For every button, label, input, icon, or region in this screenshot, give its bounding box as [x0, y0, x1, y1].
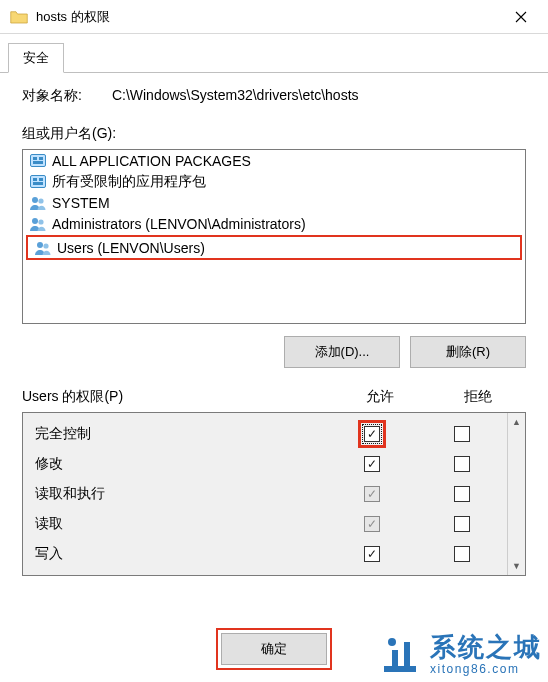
svg-point-12: [37, 242, 43, 248]
window-title: hosts 的权限: [36, 8, 498, 26]
scrollbar[interactable]: ▲ ▼: [507, 413, 525, 575]
svg-rect-6: [39, 178, 43, 181]
package-icon: [29, 173, 47, 191]
principals-listbox[interactable]: ALL APPLICATION PACKAGES所有受限制的应用程序包SYSTE…: [22, 149, 526, 324]
svg-rect-5: [33, 178, 37, 181]
ok-button-highlight: 确定: [216, 628, 332, 670]
permission-label: 读取: [35, 515, 327, 533]
svg-rect-0: [31, 154, 46, 166]
ok-button[interactable]: 确定: [221, 633, 327, 665]
principal-item[interactable]: Administrators (LENVON\Administrators): [23, 213, 525, 234]
permissions-title: Users 的权限(P): [22, 388, 330, 406]
deny-checkbox[interactable]: [454, 486, 470, 502]
permission-row: 读取和执行: [23, 479, 507, 509]
allow-checkbox[interactable]: [364, 426, 380, 442]
permission-row: 完全控制: [23, 419, 507, 449]
permission-label: 修改: [35, 455, 327, 473]
scroll-down-arrow-icon[interactable]: ▼: [508, 557, 525, 575]
principal-name: ALL APPLICATION PACKAGES: [52, 153, 251, 169]
title-bar: hosts 的权限: [0, 0, 548, 34]
allow-header: 允许: [330, 388, 430, 406]
svg-point-10: [32, 218, 38, 224]
watermark: 系统之城 xitong86.com: [378, 632, 542, 676]
svg-point-14: [388, 638, 396, 646]
add-button[interactable]: 添加(D)...: [284, 336, 400, 368]
principal-item-selected[interactable]: Users (LENVON\Users): [28, 237, 520, 258]
allow-checkbox-highlight: [358, 420, 386, 448]
principal-item[interactable]: SYSTEM: [23, 192, 525, 213]
svg-rect-4: [31, 175, 46, 187]
permission-label: 读取和执行: [35, 485, 327, 503]
tab-bar: 安全: [0, 34, 548, 73]
scroll-track[interactable]: [508, 431, 525, 557]
svg-point-9: [38, 198, 43, 203]
svg-rect-2: [39, 157, 43, 160]
principal-item[interactable]: 所有受限制的应用程序包: [23, 171, 525, 192]
package-icon: [29, 152, 47, 170]
object-name-label: 对象名称:: [22, 87, 82, 105]
allow-checkbox[interactable]: [364, 516, 380, 532]
security-panel: 对象名称: C:\Windows\System32\drivers\etc\ho…: [0, 73, 548, 586]
deny-checkbox[interactable]: [454, 426, 470, 442]
permissions-listbox: 完全控制修改读取和执行读取写入 ▲ ▼: [22, 412, 526, 576]
watermark-text-en: xitong86.com: [430, 663, 542, 675]
svg-rect-1: [33, 157, 37, 160]
principal-name: SYSTEM: [52, 195, 110, 211]
svg-rect-3: [33, 161, 43, 164]
close-button[interactable]: [498, 0, 544, 33]
deny-checkbox[interactable]: [454, 516, 470, 532]
allow-checkbox[interactable]: [364, 546, 380, 562]
scroll-up-arrow-icon[interactable]: ▲: [508, 413, 525, 431]
deny-checkbox[interactable]: [454, 456, 470, 472]
svg-rect-7: [33, 182, 43, 185]
remove-button[interactable]: 删除(R): [410, 336, 526, 368]
folder-icon: [10, 9, 28, 25]
watermark-text-cn: 系统之城: [430, 634, 542, 660]
svg-point-8: [32, 197, 38, 203]
principal-name: 所有受限制的应用程序包: [52, 173, 206, 191]
permission-label: 完全控制: [35, 425, 327, 443]
deny-header: 拒绝: [430, 388, 526, 406]
users-icon: [29, 215, 47, 233]
permission-label: 写入: [35, 545, 327, 563]
permission-row: 写入: [23, 539, 507, 569]
principal-name: Users (LENVON\Users): [57, 240, 205, 256]
users-icon: [34, 239, 52, 257]
groups-label: 组或用户名(G):: [22, 125, 526, 143]
svg-point-13: [43, 243, 48, 248]
users-icon: [29, 194, 47, 212]
allow-checkbox[interactable]: [364, 486, 380, 502]
principal-name: Administrators (LENVON\Administrators): [52, 216, 306, 232]
permission-row: 读取: [23, 509, 507, 539]
svg-point-11: [38, 219, 43, 224]
tab-security[interactable]: 安全: [8, 43, 64, 73]
close-icon: [515, 11, 527, 23]
permission-row: 修改: [23, 449, 507, 479]
watermark-logo-icon: [378, 632, 422, 676]
principal-item[interactable]: ALL APPLICATION PACKAGES: [23, 150, 525, 171]
deny-checkbox[interactable]: [454, 546, 470, 562]
allow-checkbox[interactable]: [364, 456, 380, 472]
object-name-path: C:\Windows\System32\drivers\etc\hosts: [112, 87, 526, 105]
